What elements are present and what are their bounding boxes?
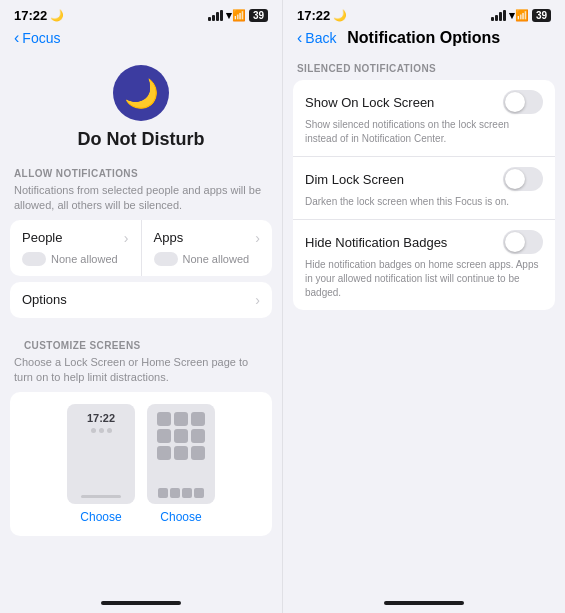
people-chevron-icon: › <box>124 230 129 246</box>
allow-notifications-label: ALLOW NOTIFICATIONS <box>0 158 282 183</box>
show-on-lock-screen-item: Show On Lock Screen Show silenced notifi… <box>293 80 555 157</box>
lock-screen-mockup-container: 17:22 Choose <box>67 404 135 524</box>
people-label: People <box>22 230 62 245</box>
hide-notification-badges-item: Hide Notification Badges Hide notificati… <box>293 220 555 310</box>
people-sub: None allowed <box>51 253 118 265</box>
apps-label: Apps <box>154 230 184 245</box>
right-moon-icon: 🌙 <box>333 9 347 22</box>
focus-back-label: Focus <box>22 30 60 46</box>
choose-home-button[interactable]: Choose <box>160 510 201 524</box>
dock-icon-2 <box>170 488 180 498</box>
left-status-icons: ▾📶 39 <box>208 9 268 22</box>
hide-notification-badges-toggle[interactable] <box>503 230 543 254</box>
mockup-line <box>81 495 121 498</box>
apps-toggle-off <box>154 252 178 266</box>
app-grid-bottom <box>158 488 204 498</box>
notification-options-title: Notification Options <box>347 29 500 47</box>
dnd-icon-area: 🌙 Do Not Disturb <box>0 53 282 158</box>
right-nav: ‹ Back Notification Options <box>283 27 565 53</box>
app-icon-4 <box>157 429 171 443</box>
dock-icon-3 <box>182 488 192 498</box>
show-on-lock-screen-label: Show On Lock Screen <box>305 95 434 110</box>
dnd-moon-icon: 🌙 <box>124 77 159 110</box>
right-status-bar: 17:22 🌙 ▾📶 39 <box>283 0 565 27</box>
show-on-lock-screen-desc: Show silenced notifications on the lock … <box>305 118 543 146</box>
left-battery: 39 <box>249 9 268 22</box>
app-icon-6 <box>191 429 205 443</box>
options-card[interactable]: Options › <box>10 282 272 318</box>
hide-notification-badges-desc: Hide notification badges on home screen … <box>305 258 543 300</box>
options-label: Options <box>22 292 67 307</box>
left-wifi-icon: ▾📶 <box>226 9 246 22</box>
dnd-title: Do Not Disturb <box>78 129 205 150</box>
mockup-time: 17:22 <box>87 412 115 424</box>
right-wifi-icon: ▾📶 <box>509 9 529 22</box>
allow-notifications-desc: Notifications from selected people and a… <box>0 183 282 220</box>
customize-desc: Choose a Lock Screen or Home Screen page… <box>10 355 272 392</box>
left-nav: ‹ Focus <box>0 27 282 53</box>
app-icon-7 <box>157 446 171 460</box>
home-screen-mockup <box>147 404 215 504</box>
app-icon-2 <box>174 412 188 426</box>
people-apps-card: People › None allowed Apps › None allowe… <box>10 220 272 276</box>
dim-lock-screen-desc: Darken the lock screen when this Focus i… <box>305 195 543 209</box>
apps-chevron-icon: › <box>255 230 260 246</box>
right-signal-icon <box>491 10 506 21</box>
dnd-circle: 🌙 <box>113 65 169 121</box>
app-icon-9 <box>191 446 205 460</box>
show-on-lock-screen-toggle[interactable] <box>503 90 543 114</box>
people-card-item[interactable]: People › None allowed <box>10 220 142 276</box>
app-grid <box>157 412 205 460</box>
right-time: 17:22 <box>297 8 330 23</box>
app-icon-8 <box>174 446 188 460</box>
back-label: Back <box>305 30 336 46</box>
app-icon-3 <box>191 412 205 426</box>
left-home-indicator <box>101 601 181 605</box>
back-chevron-icon: ‹ <box>14 29 19 47</box>
lock-screen-mockup: 17:22 <box>67 404 135 504</box>
people-toggle-off <box>22 252 46 266</box>
back-button[interactable]: ‹ Back <box>297 29 336 47</box>
focus-back-button[interactable]: ‹ Focus <box>14 29 268 47</box>
silenced-notifications-card: Show On Lock Screen Show silenced notifi… <box>293 80 555 310</box>
home-screen-mockup-container: Choose <box>147 404 215 524</box>
right-home-indicator <box>384 601 464 605</box>
dim-lock-screen-item: Dim Lock Screen Darken the lock screen w… <box>293 157 555 220</box>
apps-card-item[interactable]: Apps › None allowed <box>142 220 273 276</box>
left-time: 17:22 <box>14 8 47 23</box>
left-signal-icon <box>208 10 223 21</box>
right-battery: 39 <box>532 9 551 22</box>
dock-icon-4 <box>194 488 204 498</box>
right-status-icons: ▾📶 39 <box>491 9 551 22</box>
apps-sub: None allowed <box>183 253 250 265</box>
left-moon-icon: 🌙 <box>50 9 64 22</box>
customize-section: CUSTOMIZE SCREENS Choose a Lock Screen o… <box>10 330 272 536</box>
silenced-section-label: SILENCED NOTIFICATIONS <box>283 53 565 80</box>
left-status-bar: 17:22 🌙 ▾📶 39 <box>0 0 282 27</box>
hide-notification-badges-label: Hide Notification Badges <box>305 235 447 250</box>
app-icon-1 <box>157 412 171 426</box>
app-icon-5 <box>174 429 188 443</box>
options-chevron-icon: › <box>255 292 260 308</box>
dim-lock-screen-toggle[interactable] <box>503 167 543 191</box>
right-back-chevron-icon: ‹ <box>297 29 302 47</box>
customize-card: 17:22 Choose <box>10 392 272 536</box>
left-panel: 17:22 🌙 ▾📶 39 ‹ Focus 🌙 Do Not Disturb A… <box>0 0 282 613</box>
mockup-dots <box>91 428 112 433</box>
dock-icon-1 <box>158 488 168 498</box>
right-panel: 17:22 🌙 ▾📶 39 ‹ Back Notification Option… <box>282 0 565 613</box>
dim-lock-screen-label: Dim Lock Screen <box>305 172 404 187</box>
customize-label: CUSTOMIZE SCREENS <box>10 330 272 355</box>
choose-lock-button[interactable]: Choose <box>80 510 121 524</box>
